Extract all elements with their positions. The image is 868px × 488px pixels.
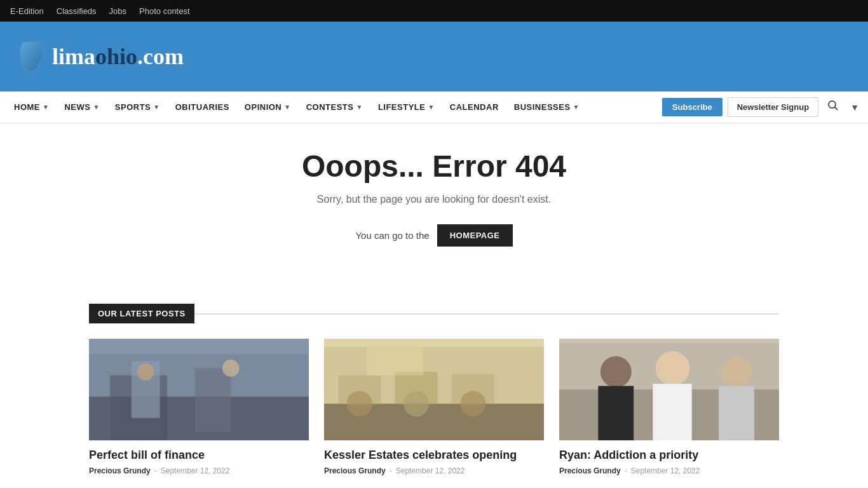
nav-opinion[interactable]: OPINION ▼ [237, 92, 299, 123]
post-author: Precious Grundy [559, 466, 621, 475]
post-meta: Precious Grundy - September 12, 2022 [324, 466, 544, 475]
nav-lifestyle[interactable]: LIFESTYLE ▼ [370, 92, 442, 123]
photo-contest-link[interactable]: Photo contest [139, 6, 190, 16]
logo-text: limaohio.com [52, 43, 184, 70]
search-button[interactable] [824, 100, 843, 114]
post-card: Kessler Estates celebrates opening Preci… [324, 339, 544, 475]
section-header: OUR LATEST POSTS [89, 304, 779, 323]
svg-rect-26 [653, 384, 691, 440]
ohio-state-icon [13, 37, 51, 76]
error-title: Ooops... Error 404 [13, 149, 855, 184]
nav-home[interactable]: HOME ▼ [6, 92, 57, 123]
dropdown-arrow-icon[interactable]: ▼ [848, 102, 862, 112]
post-meta: Precious Grundy - September 12, 2022 [89, 466, 309, 475]
nav-items: HOME ▼ NEWS ▼ SPORTS ▼ OBITUARIES OPINIO… [6, 92, 662, 123]
post-title[interactable]: Perfect bill of finance [89, 448, 309, 463]
post-image [559, 339, 779, 440]
homepage-text: You can go to the [355, 230, 429, 241]
svg-point-18 [403, 391, 429, 416]
homepage-button[interactable]: HOMEPAGE [437, 224, 513, 247]
post-author: Precious Grundy [324, 466, 386, 475]
top-bar: E-Edition Classifieds Jobs Photo contest [0, 0, 868, 22]
svg-point-23 [600, 356, 632, 388]
svg-point-1 [829, 101, 836, 108]
classifieds-link[interactable]: Classifieds [57, 6, 97, 16]
chevron-down-icon: ▼ [356, 104, 362, 111]
svg-point-8 [137, 363, 154, 381]
post-title[interactable]: Kessler Estates celebrates opening [324, 448, 544, 463]
post-card: Ryan: Addiction a priority Precious Grun… [559, 339, 779, 475]
post-image [324, 339, 544, 440]
homepage-row: You can go to the HOMEPAGE [13, 224, 855, 247]
svg-point-25 [656, 351, 690, 386]
error-subtitle: Sorry, but the page you are looking for … [13, 194, 855, 205]
svg-rect-20 [324, 339, 544, 347]
section-divider [194, 313, 779, 315]
svg-point-9 [222, 360, 240, 377]
post-image [89, 339, 309, 440]
post-date: September 12, 2022 [396, 466, 465, 475]
post-meta: Precious Grundy - September 12, 2022 [559, 466, 779, 475]
jobs-link[interactable]: Jobs [109, 6, 126, 16]
newsletter-button[interactable]: Newsletter Signup [728, 97, 818, 117]
logo[interactable]: limaohio.com [13, 37, 184, 76]
svg-rect-29 [559, 339, 779, 343]
svg-rect-10 [89, 339, 309, 354]
error-content: Ooops... Error 404 Sorry, but the page y… [0, 123, 868, 304]
nav-news[interactable]: NEWS ▼ [57, 92, 107, 123]
posts-grid: Perfect bill of finance Precious Grundy … [89, 339, 779, 475]
nav-contests[interactable]: CONTESTS ▼ [299, 92, 370, 123]
post-card: Perfect bill of finance Precious Grundy … [89, 339, 309, 475]
chevron-down-icon: ▼ [284, 104, 290, 111]
post-author: Precious Grundy [89, 466, 151, 475]
svg-rect-16 [367, 347, 423, 376]
subscribe-button[interactable]: Subscribe [662, 98, 722, 116]
svg-rect-7 [195, 369, 231, 432]
post-date: September 12, 2022 [631, 466, 700, 475]
post-title[interactable]: Ryan: Addiction a priority [559, 448, 779, 463]
nav-sports[interactable]: SPORTS ▼ [107, 92, 168, 123]
svg-rect-28 [719, 386, 754, 440]
nav-actions: Subscribe Newsletter Signup ▼ [662, 97, 862, 117]
svg-line-2 [835, 107, 838, 111]
svg-point-19 [460, 391, 485, 416]
e-edition-link[interactable]: E-Edition [10, 6, 44, 16]
section-title: OUR LATEST POSTS [89, 304, 194, 323]
latest-posts-section: OUR LATEST POSTS Perfect bill of finance [0, 304, 868, 488]
chevron-down-icon: ▼ [428, 104, 434, 111]
nav-obituaries[interactable]: OBITUARIES [168, 92, 237, 123]
site-header: limaohio.com [0, 22, 868, 92]
post-date: September 12, 2022 [161, 466, 230, 475]
chevron-down-icon: ▼ [43, 104, 49, 111]
svg-marker-0 [20, 41, 44, 72]
svg-point-27 [721, 356, 752, 388]
chevron-down-icon: ▼ [153, 104, 159, 111]
nav-businesses[interactable]: BUSINESSES ▼ [506, 92, 587, 123]
chevron-down-icon: ▼ [93, 104, 99, 111]
nav-calendar[interactable]: CALENDAR [442, 92, 506, 123]
search-icon [827, 100, 839, 111]
svg-point-17 [347, 391, 372, 416]
chevron-down-icon: ▼ [573, 104, 580, 111]
svg-rect-24 [598, 386, 634, 440]
main-navbar: HOME ▼ NEWS ▼ SPORTS ▼ OBITUARIES OPINIO… [0, 92, 868, 123]
